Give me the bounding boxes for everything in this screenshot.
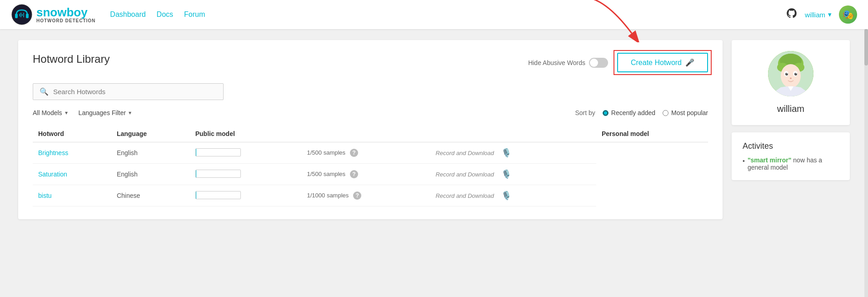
create-hotword-button[interactable]: Create Hotword 🎤 bbox=[617, 53, 708, 72]
navbar: snowboy HOTWORD DETECTION Dashboard Docs… bbox=[0, 0, 868, 29]
all-models-label: All Models bbox=[33, 109, 62, 116]
sort-recently-added-label: Recently added bbox=[611, 109, 655, 116]
github-icon[interactable] bbox=[786, 7, 798, 22]
hide-abusive-toggle[interactable] bbox=[589, 58, 608, 68]
scrollbar[interactable] bbox=[864, 29, 868, 297]
languages-chevron-icon: ▾ bbox=[129, 110, 131, 116]
brand-logo-link[interactable]: snowboy HOTWORD DETECTION bbox=[11, 4, 95, 25]
search-input[interactable] bbox=[53, 88, 217, 96]
public-model-bar-cell bbox=[190, 185, 298, 206]
profile-name: william bbox=[777, 104, 804, 114]
filter-row: All Models ▾ Languages Filter ▾ Sort by … bbox=[33, 109, 708, 116]
language-cell: English bbox=[111, 142, 190, 164]
svg-rect-2 bbox=[26, 14, 29, 18]
hotword-link-bistu[interactable]: bistu bbox=[38, 192, 52, 199]
hotword-cell: bistu bbox=[33, 185, 111, 206]
panel-header: Hotword Library Hide Abusive Words Creat… bbox=[33, 53, 708, 72]
public-model-bar-cell bbox=[190, 142, 298, 164]
table-header: Hotword Language Public model Personal m… bbox=[33, 126, 708, 142]
language-cell: English bbox=[111, 164, 190, 185]
languages-filter-label: Languages Filter bbox=[79, 109, 126, 116]
samples-text-saturation: 1/500 samples bbox=[307, 171, 346, 177]
svg-point-17 bbox=[794, 73, 797, 76]
hotword-link-saturation[interactable]: Saturation bbox=[38, 171, 67, 178]
personal-model-wrapper-saturation: Record and Download 🎙️ bbox=[435, 169, 591, 179]
sort-section: Sort by Recently added Most popular bbox=[575, 109, 708, 116]
svg-point-0 bbox=[12, 5, 32, 25]
microphone-icon: 🎤 bbox=[685, 58, 694, 67]
personal-model-wrapper-bistu: Record and Download 🎙️ bbox=[435, 191, 591, 201]
col-hotword: Hotword bbox=[33, 126, 111, 142]
nav-dashboard[interactable]: Dashboard bbox=[110, 10, 145, 19]
sort-label: Sort by bbox=[575, 109, 595, 116]
personal-model-cell-brightness: Record and Download 🎙️ bbox=[430, 142, 596, 164]
mic-icon-saturation[interactable]: 🎙️ bbox=[501, 169, 511, 179]
sort-recently-added-radio[interactable] bbox=[603, 110, 609, 116]
main-content: Hotword Library Hide Abusive Words Creat… bbox=[0, 29, 868, 230]
col-language: Language bbox=[111, 126, 190, 142]
mic-icon-bistu[interactable]: 🎙️ bbox=[501, 191, 511, 201]
left-panel: Hotword Library Hide Abusive Words Creat… bbox=[18, 40, 723, 219]
user-dropdown[interactable]: william ▾ bbox=[805, 10, 832, 19]
search-bar: 🔍 bbox=[33, 83, 224, 100]
nav-links: Dashboard Docs Forum bbox=[110, 10, 205, 19]
navbar-avatar[interactable]: 🎭 bbox=[839, 5, 857, 24]
sort-most-popular-radio[interactable] bbox=[663, 110, 668, 116]
help-icon-bistu[interactable]: ? bbox=[353, 191, 361, 200]
samples-cell-saturation: 1/500 samples ? bbox=[298, 164, 430, 185]
activity-bullet: • bbox=[743, 157, 745, 165]
scrollbar-thumb[interactable] bbox=[864, 29, 868, 65]
hotword-cell: Saturation bbox=[33, 164, 111, 185]
brand-logo-icon bbox=[11, 4, 33, 25]
svg-point-19 bbox=[796, 73, 797, 74]
profile-card: william bbox=[732, 40, 850, 125]
all-models-dropdown[interactable]: All Models ▾ bbox=[33, 109, 68, 116]
brand-name: snowboy bbox=[36, 6, 95, 18]
table-row: Saturation English 1/500 samples ? bbox=[33, 164, 708, 185]
progress-bar-bistu bbox=[195, 191, 241, 199]
activities-card: Activites • "smart mirror" now has a gen… bbox=[732, 132, 850, 180]
svg-point-13 bbox=[781, 64, 801, 88]
svg-point-20 bbox=[790, 78, 792, 79]
samples-cell-brightness: 1/500 samples ? bbox=[298, 142, 430, 164]
panel-title: Hotword Library bbox=[33, 53, 110, 65]
col-personal-model: Personal model bbox=[596, 126, 708, 142]
profile-avatar bbox=[768, 51, 813, 96]
personal-model-cell-bistu: Record and Download 🎙️ bbox=[430, 185, 596, 206]
public-model-bar-cell bbox=[190, 164, 298, 185]
profile-avatar-svg bbox=[768, 51, 813, 96]
progress-bar-saturation bbox=[195, 170, 241, 178]
right-panel: william Activites • "smart mirror" now h… bbox=[732, 40, 850, 219]
search-icon: 🔍 bbox=[40, 87, 49, 96]
help-icon-brightness[interactable]: ? bbox=[350, 149, 358, 157]
table-row: Brightness English 1/500 samples ? bbox=[33, 142, 708, 164]
activity-text: "smart mirror" now has a general model bbox=[748, 156, 839, 171]
help-icon-saturation[interactable]: ? bbox=[350, 170, 358, 178]
brand-sub: HOTWORD DETECTION bbox=[36, 18, 95, 23]
username-label: william bbox=[805, 11, 825, 19]
record-download-bistu: Record and Download bbox=[435, 192, 494, 199]
nav-docs[interactable]: Docs bbox=[157, 10, 173, 19]
mic-icon-brightness[interactable]: 🎙️ bbox=[501, 148, 511, 158]
svg-rect-1 bbox=[15, 14, 18, 18]
nav-right: william ▾ 🎭 bbox=[786, 5, 857, 24]
hotword-link-brightness[interactable]: Brightness bbox=[38, 149, 68, 156]
samples-text-brightness: 1/500 samples bbox=[307, 149, 346, 156]
toggle-slider bbox=[589, 58, 608, 68]
create-btn-wrapper: Create Hotword 🎤 bbox=[617, 53, 708, 72]
samples-text-bistu: 1/1000 samples bbox=[307, 192, 349, 199]
table-body: Brightness English 1/500 samples ? bbox=[33, 142, 708, 206]
personal-model-wrapper-brightness: Record and Download 🎙️ bbox=[435, 148, 591, 158]
hotword-table: Hotword Language Public model Personal m… bbox=[33, 126, 708, 206]
col-public-model: Public model bbox=[190, 126, 596, 142]
activity-highlight: "smart mirror" bbox=[748, 156, 792, 164]
hide-abusive-label: Hide Abusive Words bbox=[528, 59, 585, 66]
sort-most-popular-option[interactable]: Most popular bbox=[663, 109, 708, 116]
languages-filter-dropdown[interactable]: Languages Filter ▾ bbox=[79, 109, 131, 116]
sort-recently-added-option[interactable]: Recently added bbox=[603, 109, 655, 116]
nav-forum[interactable]: Forum bbox=[184, 10, 205, 19]
sort-most-popular-label: Most popular bbox=[671, 109, 708, 116]
language-cell: Chinese bbox=[111, 185, 190, 206]
record-download-brightness: Record and Download bbox=[435, 150, 494, 156]
hide-abusive-toggle-wrapper: Hide Abusive Words bbox=[528, 58, 608, 68]
